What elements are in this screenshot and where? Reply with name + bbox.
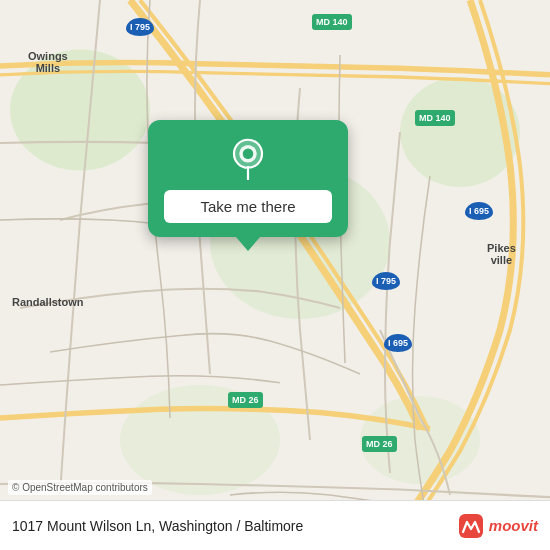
badge-md26: MD 26 [228,392,263,408]
svg-point-8 [243,149,254,160]
badge-i695-right: I 695 [465,202,493,220]
map-background [0,0,550,550]
map-attribution: © OpenStreetMap contributors [8,480,152,495]
svg-rect-10 [459,514,483,538]
badge-i795-top: I 795 [126,18,154,36]
address-line: 1017 Mount Wilson Ln [12,518,151,534]
badge-md140-right: MD 140 [415,110,455,126]
badge-md26-right: MD 26 [362,436,397,452]
popup-card: Take me there [148,120,348,237]
badge-i795-mid: I 795 [372,272,400,290]
bottom-bar: 1017 Mount Wilson Ln, Washington / Balti… [0,500,550,550]
moovit-logo-icon [457,512,485,540]
town-label-randallstown: Randallstown [12,296,84,308]
map-container: OwingsMills Randallstown Pikesville I 79… [0,0,550,550]
take-me-there-button[interactable]: Take me there [164,190,332,223]
moovit-logo: moovit [457,512,538,540]
address-text: 1017 Mount Wilson Ln, Washington / Balti… [12,518,457,534]
city-line: Washington / Baltimore [159,518,303,534]
town-label-pikesville: Pikesville [487,242,516,266]
badge-md140-top: MD 140 [312,14,352,30]
town-label-owings-mills: OwingsMills [28,50,68,74]
badge-i695-bot: I 695 [384,334,412,352]
moovit-brand-text: moovit [489,517,538,534]
location-pin-icon [227,138,269,180]
